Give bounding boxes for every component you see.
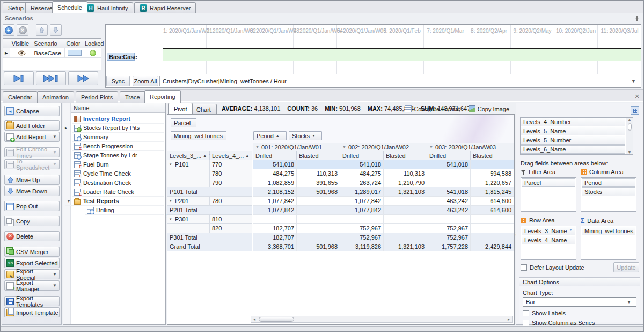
add-scenario-button[interactable]: + [3, 24, 14, 36]
export-manager-button[interactable]: Export Manager▼ [4, 280, 60, 291]
pivot-cell[interactable]: 614,600 [471, 206, 514, 215]
color-cell[interactable] [65, 48, 84, 58]
pivot-cell[interactable] [384, 206, 427, 215]
filter-dropdown-icon[interactable]: ▼ [342, 145, 346, 149]
data-field-mining-wettonnes[interactable]: Mining_wetTonnes [171, 131, 226, 140]
pivot-cell[interactable]: 3,119,826 [340, 242, 384, 251]
subcolumn-drilled[interactable]: Drilled [427, 151, 471, 160]
locked-cell[interactable] [83, 48, 101, 58]
expander-icon[interactable]: ▾ [170, 199, 173, 203]
row-header-l4[interactable]: 810 [210, 215, 252, 224]
row-field-levels3-header[interactable]: Levels_3_...▲ [167, 151, 210, 160]
scenario-row[interactable]: ▸ BaseCase [3, 48, 101, 58]
tree-item-bench-progression[interactable]: Bench Progression [72, 142, 164, 151]
row-header-l4[interactable]: 820 [210, 224, 252, 233]
pivot-cell[interactable]: 752,967 [427, 224, 471, 233]
pivot-cell[interactable]: 484,275 [253, 169, 297, 178]
add-report-button[interactable]: Add Report▼ [4, 132, 60, 142]
row-header-l3[interactable] [167, 224, 210, 233]
pivot-cell[interactable]: 1,321,103 [384, 242, 427, 251]
tree-header-name[interactable]: Name [71, 103, 165, 113]
filter-dropdown-icon[interactable]: ▼ [429, 145, 433, 149]
row-header-total[interactable]: P301 Total [167, 233, 252, 242]
pivot-cell[interactable]: 263,724 [340, 178, 384, 187]
layout-grid-icon[interactable] [631, 106, 639, 115]
col-color[interactable]: Color [64, 39, 83, 48]
scrollbar-thumb[interactable] [259, 317, 294, 322]
copy-button[interactable]: Copy [4, 216, 60, 226]
field-item[interactable]: Levels_4_Number [521, 118, 625, 126]
field-item[interactable]: Levels_6_Name [521, 145, 625, 154]
series-combobox[interactable]: Crushers|DryCrusher|Mining_wetTonnes / H… [159, 76, 641, 86]
close-icon[interactable]: ✕ [633, 92, 641, 100]
field-item[interactable]: Levels_5_Number [521, 136, 625, 145]
row-header-total[interactable]: P201 Total [167, 206, 252, 215]
pivot-cell[interactable]: 501,968 [297, 187, 340, 197]
row-header-grand-total[interactable]: Grand Total [167, 242, 252, 251]
column-field-stocks[interactable]: Stocks [289, 131, 322, 140]
expander-icon[interactable]: ▾ [170, 162, 173, 167]
scenario-up-button[interactable] [36, 24, 48, 36]
period-header[interactable]: 8: 2020/Q2/Apr [467, 28, 510, 34]
chevron-down-icon[interactable]: ▼ [53, 283, 57, 288]
tree-item-stage-tonnes[interactable]: Stage Tonnes by Ldr [72, 151, 164, 160]
pin-icon[interactable] [634, 15, 640, 21]
pivot-cell[interactable]: 541,018 [253, 160, 297, 169]
pivot-cell[interactable]: 463,242 [427, 206, 471, 215]
csv-merger-button[interactable]: CSV Merger [4, 247, 60, 257]
row-area-box[interactable]: Levels_3_Name Levels_4_Name [521, 226, 576, 260]
pivot-cell[interactable]: 501,968 [297, 242, 340, 251]
row-header-total[interactable]: P101 Total [167, 187, 252, 197]
tree-item-fuel-burn[interactable]: Fuel Burn [72, 160, 164, 169]
horizontal-scrollbar[interactable]: ◂ ▸ [251, 316, 513, 323]
pivot-cell[interactable] [427, 215, 471, 224]
row-header-l4[interactable]: 780 [210, 197, 252, 206]
pivot-cell[interactable] [253, 215, 297, 224]
tree-item-cycle-time-check[interactable]: Cycle Time Check [72, 169, 164, 178]
pivot-cell[interactable]: 1,815,245 [471, 187, 514, 197]
pivot-cell[interactable] [297, 197, 340, 206]
pivot-cell[interactable]: 182,707 [253, 224, 297, 233]
pivot-cell[interactable]: 1,289,017 [340, 187, 384, 197]
period-header[interactable]: 2: 2020/Q1/Jan/W02 [207, 28, 250, 34]
visible-cell[interactable] [10, 48, 33, 58]
expander-icon[interactable]: ▾ [68, 199, 72, 204]
tab-reporting[interactable]: Reporting [144, 90, 181, 103]
pivot-cell[interactable]: 463,242 [427, 197, 471, 206]
pop-out-button[interactable]: Pop Out [4, 201, 60, 211]
scroll-right-icon[interactable]: ▸ [506, 317, 512, 322]
row-header-l3[interactable]: ▾P201 [167, 197, 210, 206]
tree-item-inventory-report[interactable]: Inventory Report [72, 114, 164, 124]
tab-chart[interactable]: Chart [191, 104, 217, 114]
period-header[interactable]: 4: 2020/Q1/Jan/W04 [294, 28, 336, 34]
chevron-down-icon[interactable]: ▼ [631, 78, 636, 84]
pivot-cell[interactable]: 2,108,152 [253, 187, 297, 197]
pivot-cell[interactable]: 752,967 [340, 224, 384, 233]
period-header[interactable]: 5: 2020/Q1/Jan/W05 [337, 28, 380, 34]
pivot-cell[interactable]: 1,077,842 [253, 197, 297, 206]
row-header-l3[interactable] [167, 169, 210, 178]
period-header[interactable]: 3: 2020/Q1/Jan/W03 [250, 28, 293, 34]
tab-calendar[interactable]: Calendar [3, 91, 38, 103]
tab-trace[interactable]: Trace [120, 91, 145, 103]
pivot-cell[interactable] [384, 233, 427, 242]
fast-forward-end-button[interactable] [36, 71, 66, 85]
tree-item-test-reports[interactable]: ▾Test Reports [65, 197, 164, 206]
timeline-row-label[interactable]: BaseCase [107, 53, 135, 61]
tree-item-destination-check[interactable]: Destination Check [72, 178, 164, 187]
show-labels-checkbox[interactable] [523, 310, 529, 316]
to-spreadsheet-button[interactable]: To Spreadsheet▼ [4, 159, 60, 169]
period-group-header[interactable]: ▼002: 2020/Q1/Jan/W02 [340, 143, 427, 151]
filter-icon[interactable] [208, 154, 209, 158]
period-header[interactable]: 1: 2020/Q1/Jan/W01 [163, 28, 206, 34]
subcolumn-drilled[interactable]: Drilled [253, 151, 297, 160]
pivot-cell[interactable] [340, 215, 384, 224]
pivot-cell[interactable]: 182,707 [253, 233, 297, 242]
sync-button[interactable]: Sync [106, 76, 130, 86]
pivot-cell[interactable]: 1,220,657 [471, 178, 514, 187]
chevron-down-icon[interactable]: ▼ [627, 300, 631, 305]
tree-item-summary[interactable]: Summary [72, 133, 164, 142]
pivot-cell[interactable]: 1,077,842 [340, 197, 384, 206]
locked-indicator-icon[interactable] [90, 50, 96, 56]
pivot-cell[interactable]: 614,600 [471, 197, 514, 206]
